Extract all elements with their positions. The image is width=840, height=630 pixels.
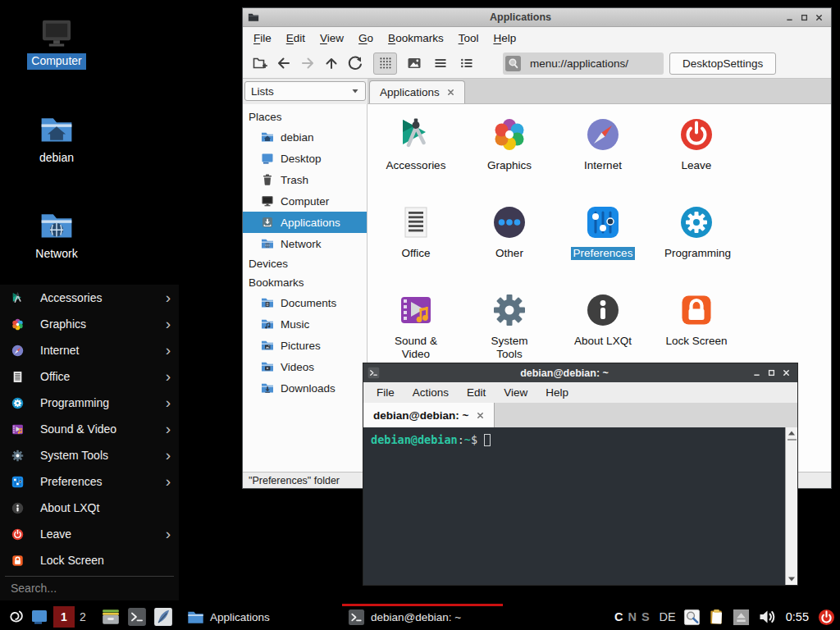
up-button[interactable] bbox=[319, 52, 343, 75]
sidebar-item-music[interactable]: Music bbox=[243, 313, 367, 335]
featherpad-launcher[interactable] bbox=[153, 607, 173, 627]
terminal-launcher[interactable] bbox=[127, 607, 147, 627]
menu-item-internet[interactable]: Internet › bbox=[0, 337, 179, 363]
grid-item-sound-video[interactable]: Sound & Video bbox=[369, 288, 463, 376]
menu-help[interactable]: Help bbox=[536, 384, 578, 401]
clipboard-tray-icon[interactable] bbox=[708, 609, 725, 626]
kbd-indicator-caps: C bbox=[614, 610, 623, 623]
screenshot-tray-icon[interactable] bbox=[683, 609, 701, 626]
sidebar-item-pictures[interactable]: Pictures bbox=[243, 335, 367, 356]
desktop-settings-button[interactable]: DesktopSettings bbox=[669, 52, 776, 75]
icon-view-button[interactable] bbox=[373, 52, 397, 75]
sidebar-item-debian[interactable]: debian bbox=[243, 126, 367, 148]
desktop-icon-computer[interactable]: Computer bbox=[17, 16, 96, 70]
sidebar-item-trash[interactable]: Trash bbox=[243, 169, 367, 190]
grid-item-other[interactable]: Other bbox=[463, 200, 556, 288]
back-button[interactable] bbox=[272, 52, 295, 75]
workspace-1-button[interactable]: 1 bbox=[53, 606, 75, 628]
network-folder-icon bbox=[39, 208, 74, 243]
terminal-output[interactable]: debian@debian:~$ bbox=[363, 427, 785, 585]
close-button[interactable] bbox=[811, 11, 826, 23]
window-title: debian@debian: ~ bbox=[380, 368, 749, 379]
menu-help[interactable]: Help bbox=[486, 29, 523, 48]
menu-edit[interactable]: Edit bbox=[458, 384, 495, 401]
task-button-applications[interactable]: Applications bbox=[181, 604, 342, 630]
sidebar-item-computer[interactable]: Computer bbox=[243, 190, 367, 212]
menu-item-about-lxqt[interactable]: About LXQt bbox=[0, 495, 179, 521]
file-manager-titlebar[interactable]: Applications bbox=[243, 8, 831, 27]
maximize-button[interactable] bbox=[797, 11, 811, 23]
menu-item-system-tools[interactable]: System Tools › bbox=[0, 442, 179, 468]
workspace-2-button[interactable]: 2 bbox=[75, 606, 91, 628]
menu-item-office[interactable]: Office › bbox=[0, 363, 179, 390]
file-manager-menubar: File Edit View Go Bookmarks Tool Help bbox=[243, 27, 831, 48]
menu-item-accessories[interactable]: Accessories › bbox=[0, 285, 179, 311]
forward-button[interactable] bbox=[295, 52, 319, 75]
file-manager-launcher[interactable] bbox=[101, 607, 121, 627]
minimize-button[interactable] bbox=[782, 11, 797, 23]
terminal-titlebar[interactable]: debian@debian: ~ bbox=[363, 363, 797, 382]
grid-item-accessories[interactable]: Accessories bbox=[369, 112, 463, 200]
menu-view[interactable]: View bbox=[313, 29, 351, 48]
main-menu-button[interactable] bbox=[2, 605, 27, 629]
detailed-view-button[interactable] bbox=[454, 52, 478, 75]
keyboard-layout-indicator[interactable]: DE bbox=[660, 610, 676, 623]
terminal-tab[interactable]: debian@debian: ~ bbox=[363, 403, 495, 427]
volume-tray-icon[interactable] bbox=[757, 607, 777, 627]
menu-item-preferences[interactable]: Preferences › bbox=[0, 468, 179, 495]
task-button-terminal[interactable]: debian@debian: ~ bbox=[342, 604, 503, 630]
menu-go[interactable]: Go bbox=[351, 29, 381, 48]
close-button[interactable] bbox=[778, 368, 793, 379]
menu-item-programming[interactable]: Programming › bbox=[0, 390, 179, 416]
menu-bookmarks[interactable]: Bookmarks bbox=[381, 29, 451, 48]
desktop-icon-network[interactable]: Network bbox=[17, 208, 96, 262]
sidebar-mode-select[interactable]: Lists bbox=[244, 81, 366, 101]
grid-item-office[interactable]: Office bbox=[369, 200, 463, 288]
show-desktop-button[interactable] bbox=[27, 605, 52, 629]
grid-item-internet[interactable]: Internet bbox=[556, 112, 650, 200]
sidebar-item-network[interactable]: Network bbox=[243, 233, 367, 254]
sidebar-item-downloads[interactable]: Downloads bbox=[243, 377, 367, 399]
grid-item-leave[interactable]: Leave bbox=[650, 112, 743, 200]
menu-item-leave[interactable]: Leave › bbox=[0, 521, 179, 547]
menu-file[interactable]: File bbox=[246, 29, 279, 48]
sidebar-item-videos[interactable]: Videos bbox=[243, 356, 367, 377]
compact-view-button[interactable] bbox=[428, 52, 452, 75]
menu-item-sound-video[interactable]: Sound & Video › bbox=[0, 416, 179, 442]
sidebar-item-applications[interactable]: Applications bbox=[243, 212, 367, 233]
tab-close-icon[interactable] bbox=[477, 412, 484, 419]
clock[interactable]: 0:55 bbox=[786, 610, 809, 623]
desktop-icon-debian[interactable]: debian bbox=[17, 112, 96, 167]
grid-item-system-tools[interactable]: System Tools bbox=[463, 288, 556, 376]
tab-close-icon[interactable] bbox=[447, 89, 454, 96]
tab-applications[interactable]: Applications bbox=[369, 80, 465, 103]
scroll-down-icon[interactable] bbox=[788, 575, 796, 583]
menu-tool[interactable]: Tool bbox=[451, 29, 486, 48]
grid-item-preferences[interactable]: Preferences bbox=[556, 200, 650, 288]
maximize-button[interactable] bbox=[764, 368, 778, 379]
grid-item-lock-screen[interactable]: Lock Screen bbox=[650, 288, 743, 376]
new-tab-button[interactable] bbox=[248, 52, 272, 75]
menu-file[interactable]: File bbox=[368, 384, 404, 401]
sidebar-item-documents[interactable]: Documents bbox=[243, 292, 367, 313]
menu-item-graphics[interactable]: Graphics › bbox=[0, 311, 179, 337]
grid-item-graphics[interactable]: Graphics bbox=[463, 112, 556, 200]
removable-media-tray-icon[interactable] bbox=[733, 609, 750, 626]
minimize-icon bbox=[786, 14, 793, 21]
menu-actions[interactable]: Actions bbox=[404, 384, 458, 401]
menu-search-input[interactable]: Search... bbox=[0, 577, 179, 599]
reload-button[interactable] bbox=[343, 52, 367, 75]
minimize-button[interactable] bbox=[749, 368, 764, 379]
thumbnail-view-button[interactable] bbox=[402, 52, 426, 75]
terminal-scrollbar[interactable] bbox=[785, 427, 797, 585]
grid-item-programming[interactable]: Programming bbox=[650, 200, 743, 288]
grid-item-about-lxqt[interactable]: About LXQt bbox=[556, 288, 650, 376]
menu-edit[interactable]: Edit bbox=[279, 29, 313, 48]
scrollbar-thumb[interactable] bbox=[788, 439, 797, 441]
path-bar[interactable]: menu://applications/ bbox=[503, 52, 664, 75]
menu-item-lock-screen[interactable]: Lock Screen bbox=[0, 547, 179, 573]
sidebar-item-desktop[interactable]: Desktop bbox=[243, 148, 367, 169]
scroll-up-icon[interactable] bbox=[788, 429, 796, 437]
shutdown-button[interactable] bbox=[818, 609, 835, 626]
menu-view[interactable]: View bbox=[495, 384, 536, 401]
